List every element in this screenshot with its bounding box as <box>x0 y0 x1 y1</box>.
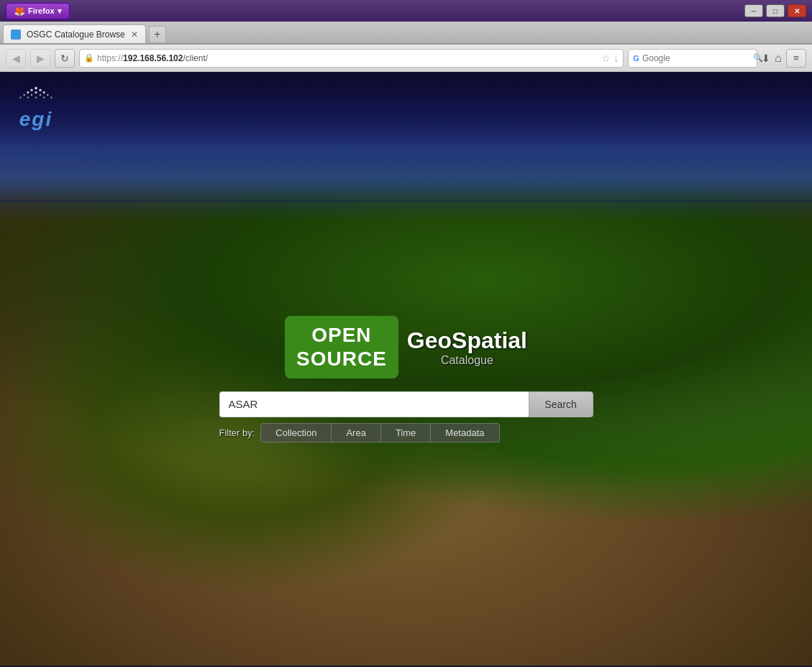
title-bar-controls: ─ □ ✕ <box>744 4 806 17</box>
menu-button[interactable]: ≡ <box>786 49 806 68</box>
firefox-menu-button[interactable]: 🦊 Firefox ▾ <box>6 3 70 19</box>
svg-point-1 <box>30 89 32 91</box>
maximize-button[interactable]: □ <box>766 4 785 17</box>
geospatial-title: GeoSpatial <box>407 327 527 354</box>
svg-point-14 <box>50 96 53 99</box>
firefox-dropdown-icon: ▾ <box>58 6 62 16</box>
svg-point-4 <box>35 91 37 94</box>
reader-icon: ↓ <box>613 53 619 64</box>
egi-text: egi <box>19 108 53 131</box>
browser-chrome: 🦊 Firefox ▾ ─ □ ✕ 🌐 OSGC Catalogue Brows… <box>0 0 812 72</box>
main-search-input[interactable] <box>219 391 529 417</box>
browser-search-bar[interactable]: G 🔍 <box>628 49 757 68</box>
back-button[interactable]: ◀ <box>6 49 26 68</box>
active-tab[interactable]: 🌐 OSGC Catalogue Browse ✕ <box>3 24 146 43</box>
address-text: https://192.168.56.102/client/ <box>97 53 598 63</box>
atmosphere-effect <box>0 72 812 201</box>
svg-point-12 <box>35 96 37 99</box>
svg-point-5 <box>42 91 45 94</box>
url-protocol: https:// <box>97 53 123 63</box>
lock-icon: 🔒 <box>84 53 94 63</box>
svg-point-7 <box>31 94 33 96</box>
svg-point-2 <box>39 89 41 91</box>
download-button[interactable]: ⬇ <box>762 53 770 64</box>
browser-search-input[interactable] <box>642 53 750 63</box>
main-search-button[interactable]: Search <box>529 391 593 417</box>
svg-point-13 <box>43 96 45 99</box>
tab-close-button[interactable]: ✕ <box>131 30 138 40</box>
url-path: /client/ <box>183 53 208 63</box>
home-button[interactable]: ⌂ <box>775 52 782 65</box>
catalogue-subtitle: Catalogue <box>407 354 527 367</box>
tab-label: OSGC Catalogue Browse <box>27 30 125 40</box>
center-panel: OPEN SOURCE GeoSpatial Catalogue Search … <box>219 316 593 443</box>
svg-point-6 <box>23 94 25 96</box>
svg-point-10 <box>19 96 22 99</box>
nav-bar: ◀ ▶ ↻ 🔒 https://192.168.56.102/client/ ☆… <box>0 45 812 72</box>
svg-point-11 <box>27 96 29 99</box>
filter-label: Filter by: <box>219 427 255 438</box>
svg-point-8 <box>40 94 42 96</box>
egi-dots-graphic <box>14 86 58 108</box>
firefox-icon: 🦊 <box>14 6 25 17</box>
open-source-box: OPEN SOURCE <box>285 316 398 378</box>
title-bar-left: 🦊 Firefox ▾ <box>6 3 70 19</box>
new-tab-button[interactable]: + <box>149 26 166 43</box>
tab-favicon: 🌐 <box>11 30 21 40</box>
open-text: OPEN <box>296 323 387 348</box>
search-area: Search Filter by: Collection Area Time M… <box>219 391 593 443</box>
svg-point-3 <box>27 91 29 94</box>
filter-collection-button[interactable]: Collection <box>260 423 331 443</box>
filter-area-button[interactable]: Area <box>331 423 380 443</box>
filter-time-button[interactable]: Time <box>380 423 430 443</box>
svg-point-0 <box>35 87 37 89</box>
minimize-button[interactable]: ─ <box>744 4 763 17</box>
search-row: Search <box>219 391 593 417</box>
address-bar[interactable]: 🔒 https://192.168.56.102/client/ ☆ ↓ <box>79 49 624 68</box>
close-button[interactable]: ✕ <box>788 4 806 17</box>
google-icon: G <box>633 54 639 63</box>
forward-button[interactable]: ▶ <box>30 49 50 68</box>
geospatial-label: GeoSpatial Catalogue <box>407 327 527 367</box>
tab-bar: 🌐 OSGC Catalogue Browse ✕ + <box>0 22 812 45</box>
firefox-label: Firefox <box>28 6 55 15</box>
main-content: egi OPEN SOURCE GeoSpatial Catalogue Sea… <box>0 72 812 666</box>
filter-metadata-button[interactable]: Metadata <box>430 423 499 443</box>
filter-bar: Filter by: Collection Area Time Metadata <box>219 423 593 443</box>
svg-point-9 <box>47 94 49 96</box>
bookmark-icon[interactable]: ☆ <box>601 53 611 64</box>
logo-area: OPEN SOURCE GeoSpatial Catalogue <box>285 316 527 378</box>
title-bar: 🦊 Firefox ▾ ─ □ ✕ <box>0 0 812 22</box>
egi-logo: egi <box>14 86 58 131</box>
refresh-button[interactable]: ↻ <box>55 49 75 68</box>
url-host: 192.168.56.102 <box>123 53 183 63</box>
source-text: SOURCE <box>296 347 387 371</box>
